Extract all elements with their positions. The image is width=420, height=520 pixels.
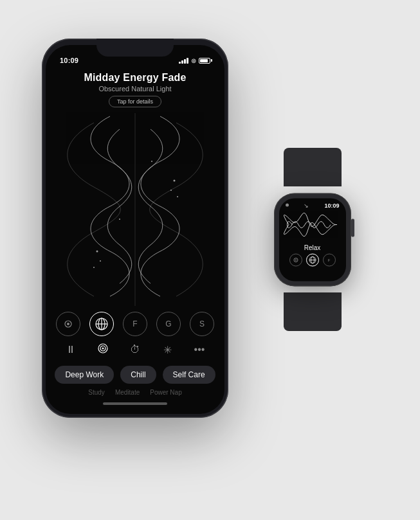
wave-visualization (46, 110, 224, 309)
icon-g[interactable]: G (156, 312, 181, 336)
more-icon[interactable]: ••• (190, 344, 209, 355)
watch-status-bar: ↘ 10:09 (279, 198, 346, 208)
app-subtitle: Obscured Natural Light (46, 85, 224, 93)
svg-point-16 (102, 348, 104, 350)
watch-label: Relax (279, 244, 346, 251)
app-title: Midday Energy Fade (46, 72, 224, 84)
home-indicator (103, 402, 167, 405)
svg-point-1 (170, 190, 172, 191)
watch-wave-visualization (279, 208, 346, 240)
watch-arrow-icon: ↘ (304, 202, 309, 208)
power-nap-tab[interactable]: Power Nap (150, 389, 181, 396)
target-icon[interactable] (93, 343, 113, 357)
watch-time: 10:09 (324, 202, 339, 208)
brightness-icon[interactable]: ✳ (158, 344, 177, 356)
wifi-icon: ⊛ (191, 57, 196, 64)
visualization-area (46, 110, 224, 309)
study-tab[interactable]: Study (88, 389, 105, 396)
watch-dot-icon (286, 204, 289, 207)
signal-icon (179, 57, 188, 64)
bottom-icons-row: F G S (46, 309, 224, 339)
svg-point-7 (119, 219, 120, 220)
scene: 10:09 ⊛ Midday Energy Fade (0, 0, 420, 520)
scroll-tabs: Study Meditate Power Nap (46, 386, 224, 400)
watch-icon-sphere (306, 253, 319, 266)
iphone-device: 10:09 ⊛ Midday Energy Fade (42, 39, 228, 418)
meditate-tab[interactable]: Meditate (115, 389, 140, 396)
pause-icon[interactable]: ⏸ (61, 344, 80, 355)
svg-point-0 (174, 180, 176, 182)
status-time: 10:09 (60, 57, 78, 64)
icon-s[interactable]: S (190, 312, 214, 336)
timer-icon[interactable]: ⏱ (125, 344, 145, 355)
controls-row: ⏸ ⏱ ✳ ••• (46, 339, 224, 361)
watch-icon-f: F (323, 253, 336, 266)
watch-band-top (284, 148, 342, 186)
iphone-notch (96, 39, 174, 57)
status-icons: ⊛ (179, 57, 210, 64)
svg-point-9 (67, 323, 69, 325)
deep-work-tag[interactable]: Deep Work (55, 366, 114, 384)
icon-dot[interactable] (56, 312, 80, 336)
app-header: Midday Energy Fade Obscured Natural Ligh… (46, 68, 224, 110)
svg-point-6 (151, 161, 152, 162)
watch-body: ↘ 10:09 Relax (274, 193, 351, 286)
watch-crown (351, 219, 354, 237)
chill-tag[interactable]: Chill (120, 366, 156, 384)
tap-details-button[interactable]: Tap for details (109, 96, 161, 107)
watch-band-bottom (284, 292, 342, 331)
icon-f[interactable]: F (123, 312, 147, 336)
svg-point-3 (96, 251, 98, 253)
battery-icon (199, 58, 210, 64)
svg-point-5 (93, 267, 95, 268)
watch-icon-dot (289, 253, 302, 266)
watch-device: ↘ 10:09 Relax (262, 180, 362, 299)
watch-screen: ↘ 10:09 Relax (279, 198, 346, 281)
tag-buttons: Deep Work Chill Self Care (46, 361, 224, 386)
watch-bottom-icons: F (279, 251, 346, 269)
iphone-screen: 10:09 ⊛ Midday Energy Fade (46, 45, 224, 414)
svg-point-4 (100, 260, 101, 262)
svg-point-18 (295, 259, 297, 260)
icon-sphere[interactable] (89, 312, 114, 336)
self-care-tag[interactable]: Self Care (163, 366, 215, 384)
svg-point-2 (177, 196, 178, 197)
